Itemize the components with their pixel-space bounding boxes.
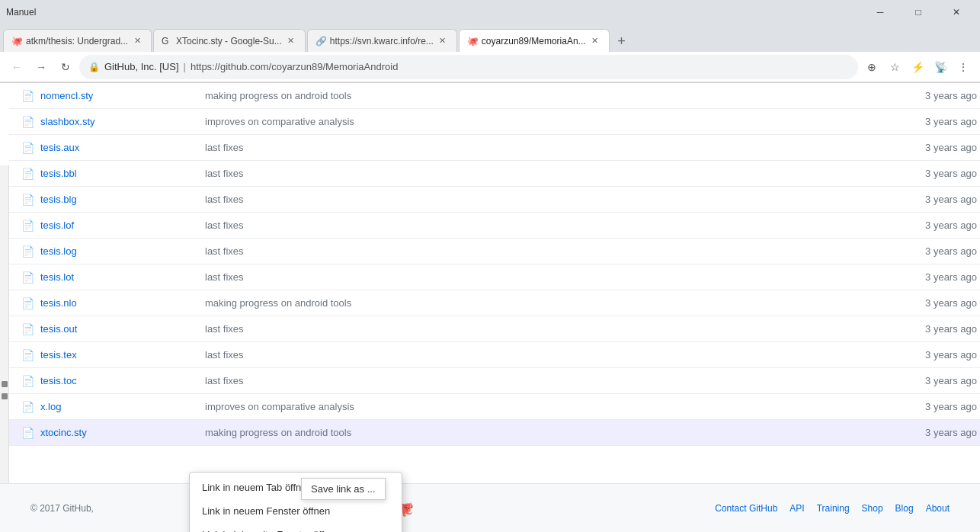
footer-link-contact[interactable]: Contact GitHub — [715, 503, 777, 514]
file-link-tesistoc[interactable]: tesis.toc — [40, 375, 193, 386]
file-icon-xlog: 📄 — [21, 401, 34, 413]
file-link-tesistex[interactable]: tesis.tex — [40, 349, 193, 361]
file-icon-tesislot: 📄 — [21, 271, 34, 284]
address-bar: ← → ↻ 🔒 GitHub, Inc. [US] | https://gith… — [0, 52, 980, 82]
left-sidebar — [0, 165, 9, 532]
bookmark-button[interactable]: ☆ — [884, 56, 905, 78]
tab-4[interactable]: 🐙 coyarzun89/MemoriaAn... ✕ — [459, 29, 610, 52]
tab-4-favicon: 🐙 — [467, 36, 478, 46]
tab-1[interactable]: 🐙 atkm/thesis: Undergrad... ✕ — [3, 29, 152, 52]
file-link-tesisblg[interactable]: tesis.blg — [40, 194, 193, 205]
file-icon-tesisnlo: 📄 — [21, 297, 34, 309]
file-link-tesislot[interactable]: tesis.lot — [40, 271, 193, 283]
file-commit-tesisout: last fixes — [193, 323, 901, 335]
settings-button[interactable]: ⋮ — [953, 56, 974, 78]
footer-link-blog[interactable]: Blog — [895, 503, 914, 514]
file-link-xlog[interactable]: x.log — [40, 401, 193, 412]
forward-button[interactable]: → — [30, 56, 52, 78]
browser-chrome: Manuel ─ □ ✕ 🐙 atkm/thesis: Undergrad...… — [0, 0, 980, 83]
file-icon-tesisblg: 📄 — [21, 194, 34, 206]
file-link-tesislof[interactable]: tesis.lof — [40, 220, 193, 231]
tab-3-close[interactable]: ✕ — [437, 35, 449, 47]
footer-link-shop[interactable]: Shop — [862, 503, 883, 514]
tab-2-label: XTocinc.sty - Google-Su... — [176, 36, 282, 46]
file-icon-tesisbbl: 📄 — [21, 168, 34, 180]
window-controls: ─ □ ✕ — [863, 0, 974, 24]
tab-1-close[interactable]: ✕ — [131, 35, 143, 47]
lock-icon: 🔒 — [88, 62, 100, 72]
context-item-new-window-label: Link in neuem Fenster öffnen — [202, 505, 330, 517]
user-badge: Manuel — [6, 7, 36, 18]
translate-button[interactable]: ⊕ — [861, 56, 882, 78]
file-commit-tesislog: last fixes — [193, 245, 901, 257]
file-row: 📄 tesis.blg last fixes 3 years ago — [9, 187, 980, 213]
file-time-tesisbbl: 3 years ago — [901, 168, 977, 179]
file-commit-tesisbbl: last fixes — [193, 168, 901, 179]
footer-link-training[interactable]: Training — [817, 503, 850, 514]
file-row: 📄 tesis.aux last fixes 3 years ago — [9, 135, 980, 161]
file-row: 📄 tesis.bbl last fixes 3 years ago — [9, 161, 980, 187]
file-icon-tesisaux: 📄 — [21, 142, 34, 154]
file-commit-xlog: improves on comparative analysis — [193, 401, 901, 412]
reload-button[interactable]: ↻ — [55, 56, 76, 78]
file-commit-nomencl: making progress on android tools — [193, 90, 901, 101]
file-row: 📄 tesis.toc last fixes 3 years ago — [9, 368, 980, 394]
file-time-tesistex: 3 years ago — [901, 349, 977, 361]
minimize-button[interactable]: ─ — [863, 0, 898, 24]
file-row: 📄 tesis.log last fixes 3 years ago — [9, 239, 980, 264]
save-link-tooltip: Save link as ... — [301, 478, 386, 500]
page-content: 📄 nomencl.sty making progress on android… — [0, 83, 980, 532]
back-button[interactable]: ← — [6, 56, 27, 78]
context-item-incognito[interactable]: Link in Inkognito-Fenster öffnen — [190, 523, 402, 532]
tab-2[interactable]: G XTocinc.sty - Google-Su... ✕ — [153, 29, 306, 52]
file-commit-slashbox: improves on comparative analysis — [193, 116, 901, 127]
file-link-tesislog[interactable]: tesis.log — [40, 245, 193, 257]
file-icon-nomencl: 📄 — [21, 90, 34, 102]
cast-button[interactable]: 📡 — [930, 56, 951, 78]
file-link-slashbox[interactable]: slashbox.sty — [40, 116, 193, 127]
tab-1-favicon: 🐙 — [11, 36, 22, 46]
file-icon-tesistoc: 📄 — [21, 375, 34, 387]
file-link-tesisaux[interactable]: tesis.aux — [40, 142, 193, 153]
context-item-incognito-label: Link in Inkognito-Fenster öffnen — [202, 529, 341, 532]
file-time-xtocinc: 3 years ago — [901, 427, 977, 438]
file-time-xlog: 3 years ago — [901, 401, 977, 412]
file-row: 📄 nomencl.sty making progress on android… — [9, 83, 980, 109]
tab-2-close[interactable]: ✕ — [285, 35, 297, 47]
file-icon-xtocinc: 📄 — [21, 427, 34, 439]
url-text: https://github.com/coyarzun89/MemoriaAnd… — [191, 61, 398, 72]
file-time-tesislof: 3 years ago — [901, 220, 977, 231]
footer-link-api[interactable]: API — [789, 503, 804, 514]
file-link-tesisbbl[interactable]: tesis.bbl — [40, 168, 193, 179]
footer-link-about[interactable]: About — [926, 503, 950, 514]
file-icon-slashbox: 📄 — [21, 116, 34, 128]
file-link-tesisnlo[interactable]: tesis.nlo — [40, 297, 193, 309]
file-icon-tesistex: 📄 — [21, 349, 34, 361]
file-icon-tesislog: 📄 — [21, 245, 34, 258]
tab-4-label: coyarzun89/MemoriaAn... — [482, 36, 586, 46]
security-label: GitHub, Inc. [US] — [104, 61, 179, 72]
context-item-new-tab-label: Link in neuem Tab öffnen — [202, 482, 312, 493]
file-commit-xtocinc: making progress on android tools — [193, 427, 901, 438]
file-row-xtocinc: 📄 xtocinc.sty making progress on android… — [9, 420, 980, 446]
file-link-xtocinc[interactable]: xtocinc.sty — [40, 427, 193, 438]
tab-4-close[interactable]: ✕ — [589, 35, 601, 47]
sidebar-marker-1 — [2, 381, 8, 387]
file-time-tesislog: 3 years ago — [901, 245, 977, 257]
file-commit-tesislot: last fixes — [193, 271, 901, 283]
close-button[interactable]: ✕ — [939, 0, 974, 24]
file-link-nomencl[interactable]: nomencl.sty — [40, 90, 193, 101]
extensions-button[interactable]: ⚡ — [907, 56, 928, 78]
file-row: 📄 slashbox.sty improves on comparative a… — [9, 109, 980, 135]
maximize-button[interactable]: □ — [901, 0, 936, 24]
file-row: 📄 tesis.tex last fixes 3 years ago — [9, 342, 980, 368]
file-row: 📄 tesis.nlo making progress on android t… — [9, 290, 980, 316]
address-actions: ⊕ ☆ ⚡ 📡 ⋮ — [861, 56, 974, 78]
tab-3[interactable]: 🔗 https://svn.kwarc.info/re... ✕ — [307, 29, 457, 52]
address-input[interactable]: 🔒 GitHub, Inc. [US] | https://github.com… — [79, 55, 858, 79]
file-link-tesisout[interactable]: tesis.out — [40, 323, 193, 335]
tab-1-label: atkm/thesis: Undergrad... — [26, 36, 128, 46]
file-icon-tesislof: 📄 — [21, 220, 34, 232]
new-tab-button[interactable]: + — [611, 30, 633, 52]
context-item-new-window[interactable]: Link in neuem Fenster öffnen — [190, 499, 402, 523]
